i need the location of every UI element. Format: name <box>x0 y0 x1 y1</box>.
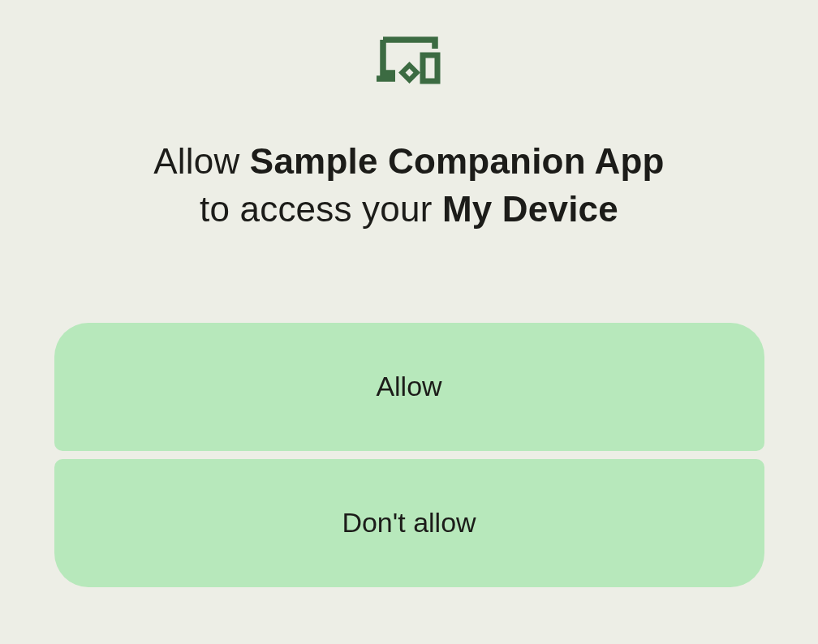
title-app-name: Sample Companion App <box>250 141 665 181</box>
dont-allow-button[interactable]: Don't allow <box>54 459 764 587</box>
permission-title: Allow Sample Companion App to access you… <box>153 137 664 234</box>
button-group: Allow Don't allow <box>54 323 764 587</box>
title-mid: to access your <box>200 189 442 229</box>
title-device-name: My Device <box>442 189 618 229</box>
devices-icon <box>374 34 444 84</box>
title-prefix: Allow <box>153 141 250 181</box>
svg-rect-1 <box>402 65 416 79</box>
svg-rect-0 <box>423 55 437 81</box>
allow-button[interactable]: Allow <box>54 323 764 451</box>
